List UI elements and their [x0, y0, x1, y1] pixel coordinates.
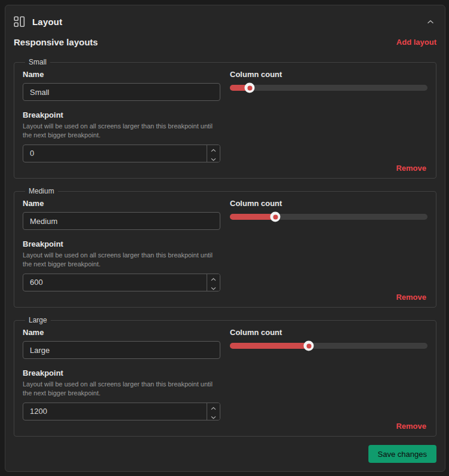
remove-layout-link[interactable]: Remove	[396, 422, 426, 431]
column-count-field: Column count	[230, 199, 428, 230]
name-input[interactable]	[23, 83, 220, 101]
spinner-down-button[interactable]	[207, 283, 220, 292]
column-count-slider[interactable]	[230, 85, 428, 91]
chevron-up-icon	[211, 274, 216, 283]
breakpoint-label: Breakpoint	[23, 110, 220, 119]
column-count-slider[interactable]	[230, 214, 428, 220]
breakpoint-field: Breakpoint Layout will be used on all sc…	[23, 110, 220, 162]
column-count-label: Column count	[230, 70, 428, 79]
name-field: Name	[23, 70, 220, 101]
chevron-up-icon	[427, 17, 434, 26]
collapse-button[interactable]	[425, 15, 436, 29]
breakpoint-label: Breakpoint	[23, 239, 220, 248]
spinner-down-button[interactable]	[207, 154, 220, 163]
number-spinner	[207, 403, 220, 420]
name-field: Name	[23, 328, 220, 359]
breakpoint-field: Breakpoint Layout will be used on all sc…	[23, 368, 220, 420]
breakpoint-input[interactable]	[23, 145, 220, 162]
spinner-up-button[interactable]	[207, 403, 220, 412]
number-spinner	[207, 145, 220, 162]
spinner-down-button[interactable]	[207, 412, 220, 421]
number-spinner	[207, 274, 220, 291]
name-label: Name	[23, 199, 220, 208]
slider-thumb[interactable]	[245, 83, 255, 93]
column-count-field: Column count	[230, 328, 428, 359]
spinner-up-button[interactable]	[207, 274, 220, 283]
section-header: Responsive layouts Add layout	[14, 36, 436, 48]
breakpoint-help-text: Layout will be used on all screens large…	[23, 251, 220, 269]
slider-fill	[230, 343, 309, 349]
name-input[interactable]	[23, 212, 220, 230]
column-count-field: Column count	[230, 70, 428, 101]
chevron-up-icon	[211, 145, 216, 154]
slider-track[interactable]	[230, 85, 428, 91]
footer: Save changes	[14, 445, 436, 463]
chevron-up-icon	[211, 403, 216, 412]
layout-legend: Large	[25, 316, 51, 324]
column-count-label: Column count	[230, 199, 428, 208]
add-layout-link[interactable]: Add layout	[396, 38, 436, 47]
layout-legend: Medium	[25, 187, 58, 195]
breakpoint-field: Breakpoint Layout will be used on all sc…	[23, 239, 220, 291]
name-input[interactable]	[23, 341, 220, 359]
layout-legend: Small	[25, 58, 50, 66]
section-heading: Responsive layouts	[14, 37, 98, 47]
panel-title: Layout	[32, 17, 62, 27]
slider-thumb[interactable]	[270, 212, 281, 222]
slider-thumb[interactable]	[304, 341, 314, 351]
breakpoint-help-text: Layout will be used on all screens large…	[23, 122, 220, 140]
breakpoint-help-text: Layout will be used on all screens large…	[23, 380, 220, 398]
column-count-label: Column count	[230, 328, 428, 337]
layouts-container: Small Name Column count Breakpoint	[14, 58, 436, 445]
slider-fill	[230, 214, 275, 220]
save-changes-button[interactable]: Save changes	[368, 445, 436, 463]
chevron-down-icon	[211, 283, 216, 292]
layout-grid-icon	[14, 16, 25, 27]
chevron-down-icon	[211, 412, 216, 421]
name-label: Name	[23, 70, 220, 79]
column-count-slider[interactable]	[230, 343, 428, 349]
breakpoint-input[interactable]	[23, 403, 220, 420]
chevron-down-icon	[211, 154, 216, 163]
breakpoint-input[interactable]	[23, 274, 220, 291]
layout-panel: Layout Responsive layouts Add layout Sma…	[5, 5, 445, 472]
spinner-up-button[interactable]	[207, 145, 220, 154]
panel-header: Layout	[14, 14, 436, 30]
remove-layout-link[interactable]: Remove	[396, 164, 426, 173]
layout-fieldset: Large Name Column count Breakpoint	[14, 316, 436, 437]
remove-layout-link[interactable]: Remove	[396, 293, 426, 302]
breakpoint-label: Breakpoint	[23, 368, 220, 377]
layout-fieldset: Small Name Column count Breakpoint	[14, 58, 436, 179]
name-label: Name	[23, 328, 220, 337]
name-field: Name	[23, 199, 220, 230]
layout-fieldset: Medium Name Column count Breakpoint	[14, 187, 436, 308]
